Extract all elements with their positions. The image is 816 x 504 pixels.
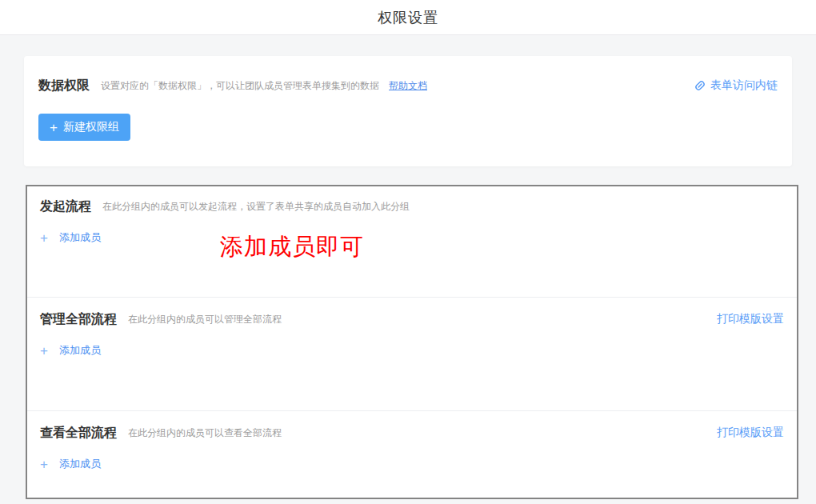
- add-member-link[interactable]: + 添加成员: [40, 230, 101, 245]
- plus-icon: +: [50, 121, 58, 134]
- data-permissions-head: 数据权限 设置对应的「数据权限」，可以让团队成员管理表单搜集到的数据 帮助文档 …: [38, 75, 778, 96]
- new-permission-group-label: 新建权限组: [63, 120, 119, 134]
- print-template-settings-link[interactable]: 打印模版设置: [717, 426, 784, 440]
- group-initiate-process: 发起流程 在此分组内的成员可以发起流程，设置了表单共享的成员自动加入此分组 + …: [27, 186, 797, 298]
- group-title: 管理全部流程: [40, 311, 117, 328]
- group-manage-all-processes: 管理全部流程 在此分组内的成员可以管理全部流程 打印模版设置 + 添加成员: [27, 298, 797, 411]
- page-title: 权限设置: [378, 8, 438, 27]
- group-view-all-processes: 查看全部流程 在此分组内的成员可以查看全部流程 打印模版设置 + 添加成员: [27, 411, 797, 498]
- form-access-link[interactable]: 表单访问内链: [694, 78, 778, 93]
- group-head: 查看全部流程 在此分组内的成员可以查看全部流程 打印模版设置: [40, 424, 784, 442]
- data-permissions-description: 设置对应的「数据权限」，可以让团队成员管理表单搜集到的数据: [101, 79, 379, 93]
- group-title: 查看全部流程: [40, 425, 117, 442]
- plus-icon: +: [40, 344, 48, 358]
- group-description: 在此分组内的成员可以查看全部流程: [128, 426, 282, 440]
- help-doc-link[interactable]: 帮助文档: [389, 79, 427, 93]
- form-access-link-label: 表单访问内链: [710, 78, 778, 93]
- group-title: 发起流程: [40, 198, 91, 215]
- new-permission-group-button[interactable]: + 新建权限组: [38, 114, 130, 141]
- print-template-settings-link[interactable]: 打印模版设置: [717, 312, 784, 326]
- link-icon: [694, 79, 706, 92]
- data-permissions-title: 数据权限: [38, 78, 90, 94]
- permission-groups-box: 发起流程 在此分组内的成员可以发起流程，设置了表单共享的成员自动加入此分组 + …: [26, 185, 798, 499]
- main-content: 数据权限 设置对应的「数据权限」，可以让团队成员管理表单搜集到的数据 帮助文档 …: [0, 35, 816, 499]
- add-member-link[interactable]: + 添加成员: [40, 343, 101, 358]
- add-member-label: 添加成员: [59, 343, 101, 358]
- group-description: 在此分组内的成员可以管理全部流程: [128, 313, 282, 326]
- group-head: 发起流程 在此分组内的成员可以发起流程，设置了表单共享的成员自动加入此分组: [40, 198, 784, 215]
- plus-icon: +: [40, 458, 48, 471]
- header: 权限设置: [0, 0, 816, 35]
- add-member-label: 添加成员: [59, 230, 101, 245]
- group-head: 管理全部流程 在此分组内的成员可以管理全部流程 打印模版设置: [40, 310, 784, 328]
- add-member-label: 添加成员: [59, 457, 101, 471]
- plus-icon: +: [40, 231, 48, 245]
- group-description: 在此分组内的成员可以发起流程，设置了表单共享的成员自动加入此分组: [102, 200, 410, 214]
- red-annotation: 添加成员即可: [220, 231, 364, 263]
- add-member-link[interactable]: + 添加成员: [40, 457, 101, 471]
- data-permissions-card: 数据权限 设置对应的「数据权限」，可以让团队成员管理表单搜集到的数据 帮助文档 …: [24, 56, 792, 166]
